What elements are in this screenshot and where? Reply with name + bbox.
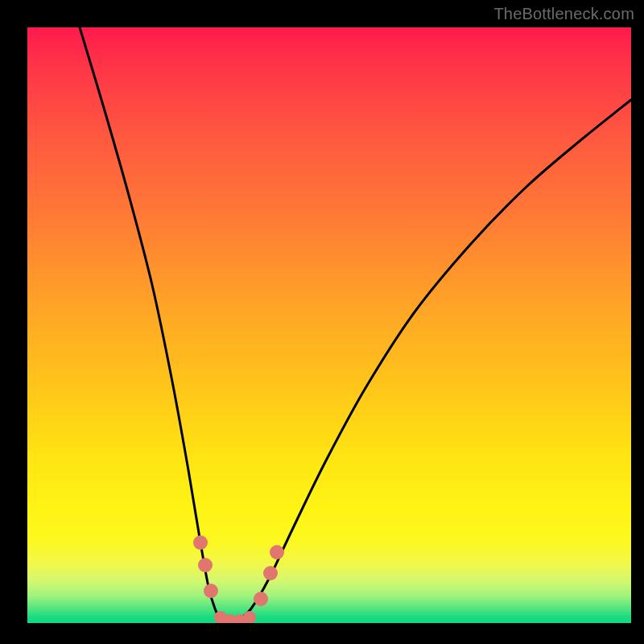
curve-marker <box>243 611 256 623</box>
watermark-text: TheBottleneck.com <box>493 5 634 23</box>
curve-marker <box>270 545 284 559</box>
curve-layer <box>27 27 631 623</box>
curve-marker <box>204 584 218 598</box>
chart-frame: TheBottleneck.com <box>0 0 644 644</box>
v-curve-line <box>80 27 631 621</box>
curve-marker <box>263 566 278 580</box>
curve-marker <box>254 592 268 606</box>
curve-marker <box>193 535 208 550</box>
plot-area <box>27 27 631 623</box>
curve-marker <box>198 558 213 572</box>
